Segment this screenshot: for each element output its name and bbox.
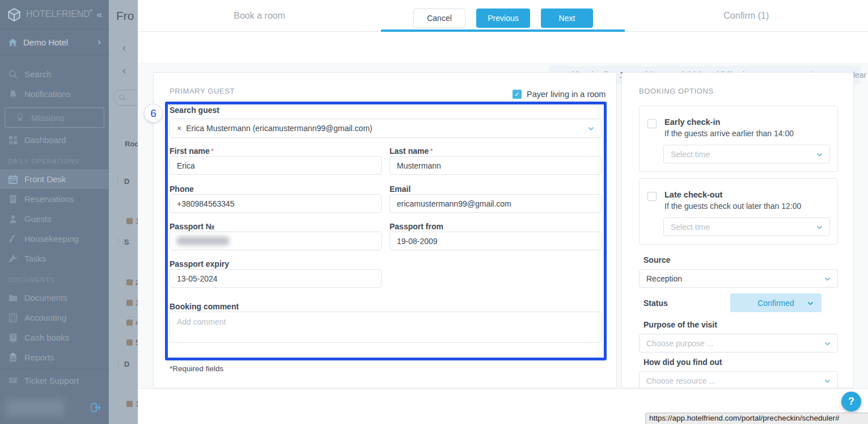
primary-guest-card: PRIMARY GUEST ✓ Payer living in a room 6… bbox=[153, 72, 617, 388]
chevron-right-icon: › bbox=[98, 36, 101, 48]
room-color-square bbox=[126, 339, 133, 346]
dimmed-background-page: Fro ‹ ‹ Roo ⋮⋮ D 1 ⋮⋮ S 2 3 4 5 ⋮⋮ D 1 bbox=[109, 0, 138, 424]
sidebar-item-notifications[interactable]: Notifications bbox=[0, 84, 109, 104]
chevron-down-icon bbox=[808, 300, 814, 305]
last-name-label: Last name* bbox=[389, 146, 433, 156]
source-label: Source bbox=[643, 255, 670, 265]
status-label: Status bbox=[643, 299, 668, 308]
purpose-select[interactable]: Choose purpose ... bbox=[639, 334, 838, 352]
dashboard-icon bbox=[8, 135, 18, 145]
sidebar-item-accounting[interactable]: Accounting bbox=[0, 308, 109, 328]
reservations-icon bbox=[8, 194, 18, 204]
late-checkout-checkbox[interactable] bbox=[647, 192, 657, 201]
sidebar-item-reports[interactable]: Reports bbox=[0, 347, 109, 367]
select-placeholder: Select time bbox=[671, 150, 710, 159]
late-checkout-box: Late check-out If the guests check out l… bbox=[639, 178, 838, 245]
sidebar-item-search[interactable]: Search bbox=[0, 64, 109, 84]
late-checkout-description: If the guests check out later than 12:00 bbox=[664, 201, 801, 211]
chevron-down-icon bbox=[817, 224, 823, 229]
last-name-input[interactable] bbox=[389, 156, 602, 175]
passport-expiry-label: Passport expiry bbox=[170, 259, 229, 268]
sidebar-item-missions[interactable]: Missions bbox=[5, 107, 104, 128]
next-button[interactable]: Next bbox=[541, 9, 593, 28]
passport-from-label: Passport from bbox=[389, 222, 443, 231]
section-documents: DOCUMENTS bbox=[0, 268, 109, 288]
passport-number-label: Passport № bbox=[170, 222, 214, 231]
hotelfriend-logo-icon bbox=[7, 7, 22, 22]
search-icon bbox=[118, 94, 126, 102]
email-input[interactable] bbox=[389, 194, 602, 213]
select-placeholder: Choose resource ... bbox=[646, 376, 715, 385]
sidebar-item-dashboard[interactable]: Dashboard bbox=[0, 130, 109, 150]
sidebar-item-label: Documents bbox=[24, 293, 67, 303]
book-icon bbox=[8, 333, 18, 343]
search-guest-select[interactable]: × Erica Mustermann (ericamustermann99@gm… bbox=[170, 119, 602, 138]
payer-living-checkbox[interactable]: ✓ bbox=[513, 90, 522, 99]
calculator-icon bbox=[8, 313, 18, 323]
sidebar-item-label: Search bbox=[24, 69, 52, 79]
housekeeping-icon bbox=[8, 234, 18, 244]
early-checkin-description: If the guests arrive earlier than 14:00 bbox=[664, 129, 794, 138]
remove-guest-icon[interactable]: × bbox=[177, 124, 181, 133]
sidebar-item-cash-books[interactable]: Cash books bbox=[0, 328, 109, 347]
early-checkin-checkbox[interactable] bbox=[647, 119, 657, 128]
late-checkout-title: Late check-out bbox=[664, 190, 722, 199]
folder-icon bbox=[8, 293, 18, 303]
background-search-box bbox=[113, 90, 138, 106]
annotation-step-badge: 6 bbox=[145, 104, 162, 122]
logo-text: HOTELFRIEND° bbox=[26, 9, 92, 19]
phone-label: Phone bbox=[170, 184, 194, 194]
sidebar-item-label: Tasks bbox=[24, 254, 46, 263]
room-color-square bbox=[126, 401, 133, 407]
first-name-input[interactable] bbox=[170, 156, 382, 175]
chevron-left-icon: ‹ bbox=[122, 42, 126, 54]
select-placeholder: Choose purpose ... bbox=[646, 339, 713, 348]
sidebar-item-front-desk[interactable]: Front Desk bbox=[0, 169, 109, 189]
background-row-label: S bbox=[124, 238, 129, 246]
booking-options-title: BOOKING OPTIONS bbox=[639, 87, 714, 95]
guest-icon bbox=[8, 214, 18, 224]
previous-button[interactable]: Previous bbox=[476, 9, 530, 28]
passport-from-input[interactable] bbox=[389, 232, 602, 250]
booking-comment-textarea[interactable] bbox=[170, 312, 602, 343]
user-name-redacted bbox=[6, 399, 65, 416]
sidebar-item-label: Housekeeping bbox=[24, 234, 79, 244]
cancel-button[interactable]: Cancel bbox=[413, 9, 465, 28]
sidebar-item-documents[interactable]: Documents bbox=[0, 288, 109, 308]
sidebar-item-reservations[interactable]: Reservations bbox=[0, 189, 109, 209]
booking-details-bar: Booking details: 1 room(s) • 2 adult(s),… bbox=[138, 32, 868, 62]
help-button[interactable]: ? bbox=[841, 392, 861, 412]
calendar-icon bbox=[8, 174, 18, 184]
early-checkin-time-select[interactable]: Select time bbox=[663, 145, 830, 163]
tab-confirm[interactable]: Confirm (1) bbox=[625, 0, 868, 31]
sidebar-item-housekeeping[interactable]: Housekeeping bbox=[0, 229, 109, 249]
required-mark: * bbox=[430, 146, 433, 156]
sidebar-item-ticket-support[interactable]: Ticket Support bbox=[0, 370, 109, 391]
status-url-bar: https://app.hotelfriend.com/portal/prech… bbox=[645, 413, 868, 424]
source-select[interactable]: Reception bbox=[639, 269, 838, 288]
background-rooms-header: Roo bbox=[125, 140, 138, 148]
booking-options-card: BOOKING OPTIONS Early check-in If the gu… bbox=[621, 72, 854, 388]
early-checkin-box: Early check-in If the guests arrive earl… bbox=[639, 106, 838, 172]
room-color-square bbox=[126, 218, 133, 224]
sidebar-item-guests[interactable]: Guests bbox=[0, 209, 109, 229]
sidebar-collapse-icon[interactable]: « bbox=[97, 9, 102, 20]
background-page-title: Fro bbox=[116, 9, 134, 23]
sidebar-user-row bbox=[0, 396, 109, 419]
hotel-selector[interactable]: Demo Hotel › bbox=[0, 30, 109, 55]
passport-number-field[interactable] bbox=[170, 232, 382, 250]
passport-expiry-input[interactable] bbox=[170, 269, 382, 288]
hotel-name: Demo Hotel bbox=[23, 37, 68, 47]
room-color-square bbox=[126, 320, 133, 326]
sidebar-item-label: Accounting bbox=[24, 313, 66, 322]
tab-book-a-room[interactable]: Book a room bbox=[138, 0, 381, 31]
status-dropdown[interactable]: Confirmed bbox=[730, 293, 822, 312]
find-out-select[interactable]: Choose resource ... bbox=[639, 371, 838, 388]
late-checkout-time-select[interactable]: Select time bbox=[663, 217, 830, 236]
chevron-down-icon bbox=[825, 340, 831, 346]
check-icon: ✓ bbox=[514, 91, 519, 98]
phone-input[interactable] bbox=[170, 194, 382, 213]
logout-icon[interactable] bbox=[90, 402, 101, 413]
search-guest-value: Erica Mustermann (ericamustermann99@gmai… bbox=[186, 124, 372, 133]
sidebar-item-tasks[interactable]: Tasks bbox=[0, 249, 109, 268]
